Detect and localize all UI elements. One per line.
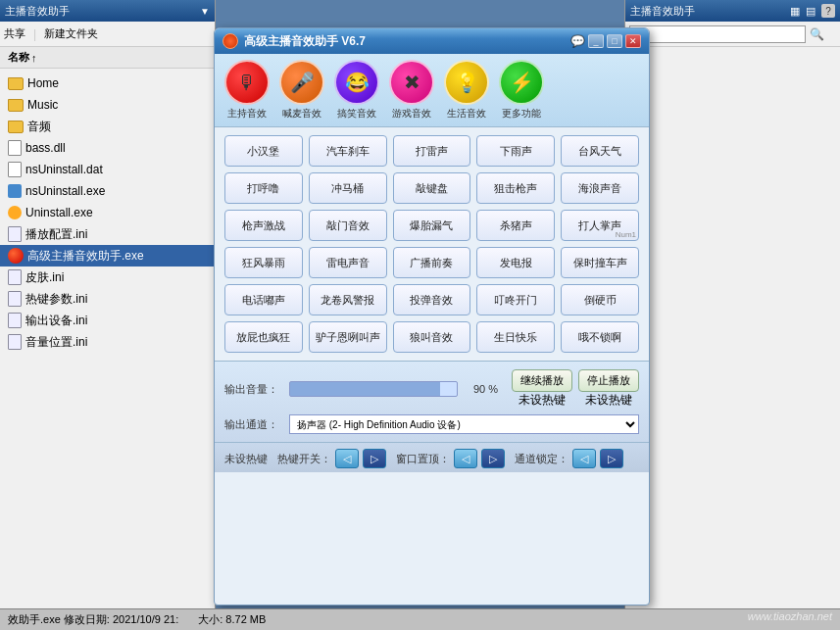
more-label: 更多功能 bbox=[502, 107, 541, 121]
hotkey-row: 未设热键 热键开关： ◁ ▷ 窗口置顶： ◁ ▷ 通道锁定： ◁ ▷ bbox=[215, 442, 649, 472]
game-icon: ✖ bbox=[389, 60, 434, 105]
host-effect-button[interactable]: 🎙 主持音效 bbox=[224, 60, 270, 121]
life-effect-button[interactable]: 💡 生活音效 bbox=[444, 60, 489, 121]
play-btn-row: 继续播放 未设热键 停止播放 未设热键 bbox=[512, 369, 639, 409]
sound-button-14[interactable]: 打人掌声Num1 bbox=[561, 210, 639, 241]
list-item[interactable]: 皮肤.ini bbox=[0, 267, 215, 288]
sound-button-5[interactable]: 打呼噜 bbox=[224, 172, 303, 204]
sound-button-15[interactable]: 狂风暴雨 bbox=[224, 247, 303, 278]
volume-label: 输出音量： bbox=[224, 382, 283, 397]
window-top-right-button[interactable]: ▷ bbox=[481, 449, 505, 468]
list-item[interactable]: Uninstall.exe bbox=[0, 202, 215, 223]
share-button[interactable]: 共享 bbox=[4, 26, 25, 41]
chat-icon[interactable]: 💬 bbox=[570, 34, 585, 48]
name-column-header: 名称 bbox=[8, 50, 29, 65]
sound-button-27[interactable]: 狼叫音效 bbox=[393, 321, 471, 353]
sound-button-24[interactable]: 倒硬币 bbox=[561, 284, 639, 315]
sound-button-3[interactable]: 下雨声 bbox=[476, 135, 555, 167]
app-title-icon bbox=[222, 33, 238, 49]
list-item[interactable]: 音频 bbox=[0, 116, 215, 137]
grid-view-icon[interactable]: ▦ bbox=[790, 5, 800, 18]
sound-button-0[interactable]: 小汉堡 bbox=[224, 135, 303, 167]
list-item[interactable]: Home bbox=[0, 73, 215, 94]
list-item[interactable]: Music bbox=[0, 94, 215, 116]
sound-button-29[interactable]: 哦不锁啊 bbox=[561, 321, 639, 353]
explorer-left-icon: ▼ bbox=[200, 6, 210, 17]
list-item[interactable]: 热键参数.ini bbox=[0, 288, 215, 310]
search-input[interactable] bbox=[629, 25, 806, 43]
list-item[interactable]: 音量位置.ini bbox=[0, 331, 215, 353]
titlebar-left: 高级主播音效助手 V6.7 bbox=[222, 33, 366, 50]
sound-button-19[interactable]: 保时撞车声 bbox=[561, 247, 639, 278]
funny-effect-button[interactable]: 😂 搞笑音效 bbox=[334, 60, 379, 121]
sound-button-10[interactable]: 枪声激战 bbox=[224, 210, 303, 241]
sound-button-9[interactable]: 海浪声音 bbox=[561, 172, 639, 204]
continue-play-section: 继续播放 未设热键 bbox=[512, 369, 572, 409]
list-item[interactable]: nsUninstall.dat bbox=[0, 159, 215, 180]
window-top-left-button[interactable]: ◁ bbox=[454, 449, 477, 468]
mic-effect-button[interactable]: 🎤 喊麦音效 bbox=[279, 60, 324, 121]
window-top-label: 窗口置顶： bbox=[396, 452, 450, 466]
help-icon[interactable]: ? bbox=[821, 4, 835, 18]
continue-play-button[interactable]: 继续播放 bbox=[512, 369, 572, 392]
sound-button-2[interactable]: 打雷声 bbox=[393, 135, 471, 167]
file-name: 输出设备.ini bbox=[25, 313, 87, 329]
sound-button-17[interactable]: 广播前奏 bbox=[393, 247, 471, 278]
continue-hotkey-label: 未设热键 bbox=[512, 392, 572, 409]
list-item[interactable]: nsUninstall.exe bbox=[0, 180, 215, 202]
search-icon[interactable]: 🔍 bbox=[810, 27, 824, 41]
sound-button-23[interactable]: 叮咚开门 bbox=[476, 284, 555, 315]
status-bar: 效助手.exe 修改日期: 2021/10/9 21: 大小: 8.72 MB bbox=[0, 608, 840, 630]
sound-button-16[interactable]: 雷电声音 bbox=[309, 247, 387, 278]
file-name: nsUninstall.dat bbox=[25, 163, 103, 176]
volume-row: 输出音量： 90 % 继续播放 未设热键 停止播放 未设热键 bbox=[224, 369, 639, 409]
sound-button-13[interactable]: 杀猪声 bbox=[476, 210, 555, 241]
minimize-button[interactable]: _ bbox=[588, 34, 604, 48]
sound-button-8[interactable]: 狙击枪声 bbox=[476, 172, 555, 204]
explorer-right-controls: ▦ ▤ ? bbox=[790, 4, 835, 18]
sound-button-18[interactable]: 发电报 bbox=[476, 247, 555, 278]
volume-value: 90 % bbox=[464, 383, 498, 395]
sound-button-28[interactable]: 生日快乐 bbox=[476, 321, 555, 353]
watermark: www.tiaozhan.net bbox=[748, 610, 832, 622]
list-item[interactable]: 播放配置.ini bbox=[0, 223, 215, 245]
sound-button-6[interactable]: 冲马桶 bbox=[309, 172, 387, 204]
channel-lock-right-button[interactable]: ▷ bbox=[600, 449, 623, 468]
sound-button-12[interactable]: 爆胎漏气 bbox=[393, 210, 471, 241]
sound-button-1[interactable]: 汽车刹车 bbox=[309, 135, 387, 167]
sound-grid: 小汉堡汽车刹车打雷声下雨声台风天气打呼噜冲马桶敲键盘狙击枪声海浪声音枪声激战敲门… bbox=[215, 127, 649, 361]
file-name: 音量位置.ini bbox=[25, 334, 87, 351]
hotkey-switch-right-button[interactable]: ▷ bbox=[363, 449, 386, 468]
sound-button-7[interactable]: 敲键盘 bbox=[393, 172, 471, 204]
restore-button[interactable]: □ bbox=[607, 34, 622, 48]
sound-button-22[interactable]: 投弹音效 bbox=[393, 284, 471, 315]
sound-button-20[interactable]: 电话嘟声 bbox=[224, 284, 303, 315]
sound-button-26[interactable]: 驴子恩咧叫声 bbox=[309, 321, 387, 353]
sound-button-11[interactable]: 敲门音效 bbox=[309, 210, 387, 241]
list-item-selected[interactable]: 高级主播音效助手.exe bbox=[0, 245, 215, 267]
list-item[interactable]: bass.dll bbox=[0, 137, 215, 159]
stop-hotkey-label: 未设热键 bbox=[578, 392, 639, 409]
hotkey-switch-left-button[interactable]: ◁ bbox=[335, 449, 359, 468]
list-item[interactable]: 输出设备.ini bbox=[0, 310, 215, 331]
status-size: 大小: 8.72 MB bbox=[198, 612, 266, 627]
new-folder-button[interactable]: 新建文件夹 bbox=[44, 26, 98, 41]
sound-button-25[interactable]: 放屁也疯狂 bbox=[224, 321, 303, 353]
exe-icon bbox=[8, 184, 22, 198]
stop-play-button[interactable]: 停止播放 bbox=[578, 369, 639, 392]
explorer-right-titlebar: 主播音效助手 ▦ ▤ ? bbox=[625, 0, 840, 22]
ini-icon bbox=[8, 226, 22, 242]
channel-lock-left-button[interactable]: ◁ bbox=[572, 449, 596, 468]
sound-button-21[interactable]: 龙卷风警报 bbox=[309, 284, 387, 315]
list-view-icon[interactable]: ▤ bbox=[806, 5, 815, 18]
volume-slider[interactable] bbox=[289, 381, 458, 397]
channel-select[interactable]: 扬声器 (2- High Definition Audio 设备) bbox=[289, 414, 639, 434]
app-main-window: 高级主播音效助手 V6.7 💬 _ □ ✕ 🎙 主持音效 🎤 喊麦音效 😂 搞笑… bbox=[214, 27, 650, 606]
close-button[interactable]: ✕ bbox=[625, 34, 641, 48]
funny-icon: 😂 bbox=[334, 60, 379, 105]
channel-row: 输出通道： 扬声器 (2- High Definition Audio 设备) bbox=[224, 414, 639, 434]
sound-button-4[interactable]: 台风天气 bbox=[561, 135, 639, 167]
game-effect-button[interactable]: ✖ 游戏音效 bbox=[389, 60, 434, 121]
file-name: 高级主播音效助手.exe bbox=[27, 248, 144, 265]
more-function-button[interactable]: ⚡ 更多功能 bbox=[499, 60, 544, 121]
